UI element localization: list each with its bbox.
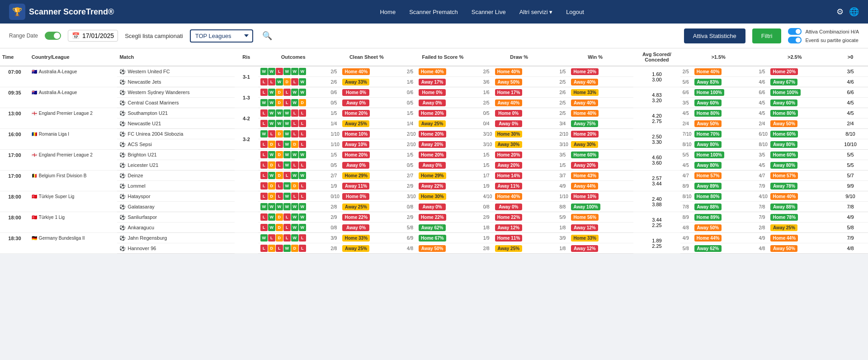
pct-frac: 1/5	[330, 111, 340, 116]
home-win-cell: 2/10 Home 20%	[557, 129, 633, 139]
home-win-cell: 1/5 Home 20%	[557, 66, 633, 77]
outcome-box-l: L	[260, 141, 268, 148]
pct-badge: Home 33%	[342, 235, 370, 242]
pct-badge: Home 30%	[495, 131, 523, 137]
attiva-statistiche-button[interactable]: Attiva Statistiche	[684, 28, 745, 43]
pct-badge: Home 40%	[495, 193, 523, 200]
outcome-box-l: L	[260, 120, 268, 127]
away-outcomes-cell: LLWDLW	[258, 77, 329, 87]
away-15-cell: 5/6 Away 83%	[680, 77, 757, 87]
team-row: ⚽ Newcastle Jets	[119, 79, 232, 85]
home-outcomes-cell: LDLWLL	[258, 191, 329, 202]
date-input[interactable]: 📅 17/01/2025	[68, 30, 118, 42]
away-win-cell: 1/8 Away 12%	[557, 243, 633, 254]
col-0: >0	[833, 48, 868, 66]
away-0-cell: 2/4	[833, 118, 868, 129]
match-league: 🇷🇴 Romania Liga I	[29, 129, 118, 150]
pct-badge: Home 11%	[495, 235, 523, 242]
home-fts-cell: 1/5 Home 20%	[405, 108, 481, 118]
team-name: Jahn Regensburg	[127, 235, 167, 241]
away-outcomes: LWWWLL	[260, 120, 326, 127]
pct-badge: Away 25%	[342, 204, 369, 210]
pct-cell: 2/10 Away 20%	[407, 141, 479, 148]
nav-live[interactable]: Scanner Live	[472, 9, 506, 15]
league-name: Belgium First Division B	[39, 173, 87, 178]
pct-cell: 2/5 Home 40%	[407, 68, 479, 75]
pct-cell: 3/5 Home 60%	[759, 152, 830, 158]
translate-icon[interactable]: 🌐	[849, 7, 859, 17]
home-win-cell: 2/6 Home 33%	[557, 87, 633, 98]
outcome-box-w: W	[291, 172, 298, 179]
match-result: 3-1	[235, 66, 258, 87]
league-select[interactable]: TOP Leagues	[190, 29, 253, 43]
pct-frac: 3/9	[559, 236, 569, 241]
pct-badge: Away 11%	[495, 183, 522, 189]
outcome-box-l: L	[276, 161, 283, 169]
pct-frac: 0/8	[330, 225, 340, 230]
pct-frac: 4/8	[683, 225, 693, 230]
right-toggles: Attiva Combinazioni H/A Eventi su partit…	[788, 28, 859, 43]
pct-cell: 3/10 Away 30%	[559, 141, 631, 148]
toggle-eventi[interactable]	[788, 37, 802, 43]
range-date-toggle[interactable]	[45, 32, 61, 40]
search-icon[interactable]: 🔍	[262, 31, 272, 41]
away-0-cell: 10/10	[833, 139, 868, 150]
pct-badge: Away 60%	[770, 99, 797, 106]
nav-prematch[interactable]: Scanner Prematch	[409, 9, 458, 15]
outcome-box-w: W	[299, 224, 306, 231]
away-outcomes: LLWDLW	[260, 78, 326, 85]
pct-frac: 6/6	[683, 90, 693, 95]
league-name: Australia A-League	[39, 69, 77, 74]
outcome-box-w: W	[276, 109, 283, 117]
pct-frac: 1/9	[483, 184, 493, 189]
country-flag: 🏴󠁧󠁢󠁥󠁮󠁧󠁿	[32, 152, 37, 157]
settings-icon[interactable]: ⚙	[836, 7, 844, 17]
filtri-button[interactable]: Filtri	[752, 28, 782, 43]
away-fts-cell: 1/4 Away 25%	[405, 118, 481, 129]
away-team: ⚽ Ankaragucu	[117, 223, 234, 233]
pct-frac: 4/9	[759, 236, 769, 241]
outcome-box-d: D	[276, 234, 283, 242]
pct-cell: 4/5 Home 80%	[759, 110, 830, 117]
nav-logout[interactable]: Logout	[566, 9, 584, 15]
pct-frac: 1/5	[483, 163, 493, 168]
away-15-cell: 3/5 Away 60%	[680, 98, 757, 108]
match-time: 09:35	[0, 87, 29, 108]
campionati-label: Scegli lista campionati	[125, 33, 183, 39]
pct-cell: 1/5 Home 20%	[330, 110, 402, 117]
home-15-cell: 8/9 Home 89%	[680, 212, 757, 223]
outcome-box-w: W	[299, 78, 306, 85]
pct-frac: 3/10	[483, 142, 493, 147]
country-flag: 🏴󠁧󠁢󠁥󠁮󠁧󠁿	[32, 111, 37, 116]
away-fts-cell: 0/5 Away 0%	[405, 160, 481, 171]
away-team: ⚽ Newcastle U21	[117, 118, 234, 129]
pct-frac: 1/5	[559, 69, 569, 74]
outcome-box-w: W	[291, 234, 298, 242]
pct-frac: 6/6	[759, 90, 769, 95]
pct-frac: 7/9	[759, 184, 769, 189]
home-outcomes-cell: LWWWLL	[258, 108, 329, 118]
pct-badge: Home 44%	[770, 235, 798, 242]
team-name: Central Coast Mariners	[127, 100, 179, 105]
outcome-box-l: L	[268, 234, 275, 242]
outcome-box-l: L	[260, 172, 268, 179]
nav-altri[interactable]: Altri servizi ▾	[519, 9, 552, 15]
pct-badge: Away 100%	[571, 204, 600, 210]
pct-badge: Away 20%	[419, 141, 446, 148]
pct-cell: 2/6 Away 33%	[330, 79, 402, 85]
pct-badge: Away 25%	[342, 245, 369, 252]
toggle-combinazioni[interactable]	[788, 28, 802, 35]
outcome-box-l: L	[299, 161, 306, 169]
nav-home[interactable]: Home	[380, 9, 396, 15]
pct-cell: 1/9 Away 11%	[483, 183, 555, 189]
outcome-box-w: W	[268, 172, 275, 179]
pct-frac: 5/8	[407, 225, 417, 230]
home-outcomes: WWLWWW	[260, 68, 326, 75]
home-15-cell: 7/10 Home 70%	[680, 129, 757, 139]
away-draw-cell: 1/9 Away 11%	[481, 181, 557, 191]
home-fts-cell: 2/10 Home 20%	[405, 129, 481, 139]
away-draw-cell: 0/4 Away 0%	[481, 118, 557, 129]
table-row: 17:00 🏴󠁧󠁢󠁥󠁮󠁧󠁿 England Premier League 2 ⚽…	[0, 150, 868, 160]
pct-frac: 2/9	[483, 215, 493, 220]
pct-frac: 4/9	[683, 236, 693, 241]
